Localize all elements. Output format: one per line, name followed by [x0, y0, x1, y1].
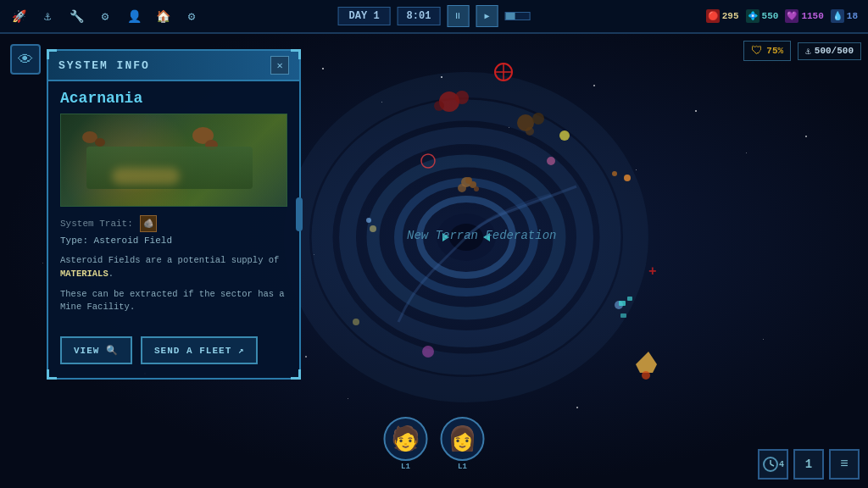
ship-icon: ⚓	[805, 46, 811, 57]
bottom-right-controls: 4 1 ≡	[758, 449, 860, 480]
menu-button[interactable]: ≡	[829, 449, 860, 480]
counter-button[interactable]: 1	[793, 449, 824, 480]
corner-tl	[47, 49, 57, 59]
close-button[interactable]: ✕	[270, 56, 289, 75]
svg-rect-23	[619, 301, 626, 306]
pop-icon: 💧	[831, 9, 844, 23]
svg-point-11	[474, 186, 479, 191]
panel-header: SYSTEM INFO ✕	[48, 51, 299, 81]
resource-bar: 🔴 295 💠 550 💜 1150 💧 18	[706, 9, 868, 23]
play-button[interactable]: ▶	[476, 5, 498, 27]
panel-title: SYSTEM INFO	[58, 59, 150, 72]
svg-point-15	[624, 175, 631, 181]
toolbar-icon-2[interactable]: ⚓	[36, 4, 59, 28]
svg-point-37	[526, 127, 534, 136]
pause-button[interactable]: ⏸	[447, 5, 469, 27]
toolbar-icon-5[interactable]: 👤	[122, 4, 146, 28]
shield-icon: 🛡	[751, 44, 763, 58]
trait-label: System Trait:	[60, 219, 133, 229]
char-1-level: L1	[401, 463, 410, 471]
toolbar-icon-7[interactable]: ⚙	[180, 4, 203, 28]
panel-body: Acarnania System Trait: 🪨 Type: Asteroid…	[48, 81, 299, 330]
resource-pop: 💧 18	[831, 9, 858, 23]
clock-label: 4	[779, 460, 784, 469]
system-image	[60, 114, 287, 207]
top-toolbar: 🚀 ⚓ 🔧 ⚙️ 👤 🏠 ⚙ DAY 1 8:01 ⏸ ▶ 🔴 295 💠 55…	[0, 0, 868, 34]
minerals-icon: 🔴	[706, 9, 720, 23]
toolbar-icon-3[interactable]: 🔧	[64, 4, 88, 28]
svg-point-16	[612, 171, 617, 176]
svg-point-39	[370, 225, 376, 232]
svg-point-26	[642, 371, 650, 380]
clock-button[interactable]: 4	[758, 449, 788, 480]
resource-minerals: 🔴 295	[706, 9, 739, 23]
galaxy-map: +	[263, 51, 670, 424]
svg-point-36	[532, 113, 544, 125]
energy-icon: 💠	[746, 9, 760, 23]
day-label: DAY 1	[338, 7, 391, 25]
eye-button[interactable]: 👁	[10, 44, 41, 75]
svg-point-12	[465, 177, 472, 184]
svg-point-34	[434, 101, 444, 111]
view-button[interactable]: VIEW 🔍	[60, 336, 132, 364]
toolbar-icon-4[interactable]: ⚙️	[93, 4, 117, 28]
panel-buttons: VIEW 🔍 SEND A FLEET ↗	[48, 330, 299, 364]
character-2[interactable]: 👩 L1	[441, 417, 485, 471]
svg-rect-25	[620, 313, 626, 318]
svg-text:+: +	[648, 264, 657, 280]
svg-rect-24	[627, 297, 632, 301]
resource-energy: 💠 550	[746, 9, 779, 23]
svg-point-19	[353, 319, 359, 325]
secondary-resource-bar: 🛡 75% ⚓ 500/500	[743, 41, 861, 61]
day-time-bar: DAY 1 8:01 ⏸ ▶	[338, 5, 531, 27]
svg-point-21	[422, 346, 434, 358]
resource-credits: 💜 1150	[785, 9, 823, 23]
description-2: These can be extracted if the sector has…	[60, 288, 287, 315]
counter-label: 1	[805, 458, 812, 471]
svg-line-42	[771, 464, 774, 466]
character-1[interactable]: 🧑 L1	[384, 417, 428, 471]
toolbar-icon-1[interactable]: 🚀	[7, 4, 31, 28]
svg-point-20	[547, 157, 555, 165]
system-name: Acarnania	[60, 90, 287, 107]
svg-point-38	[559, 130, 570, 141]
type-label: Type: Asteroid Field	[60, 236, 287, 246]
send-fleet-button[interactable]: SEND A FLEET ↗	[141, 336, 258, 364]
system-info-panel: SYSTEM INFO ✕ Acarnania System Trait: 🪨 …	[47, 49, 301, 380]
trait-row: System Trait: 🪨	[60, 215, 287, 232]
shield-bar: 🛡 75%	[743, 41, 791, 61]
corner-br	[291, 369, 301, 380]
shield-percent: 75%	[766, 46, 783, 56]
svg-point-10	[458, 184, 466, 192]
menu-icon: ≡	[840, 457, 849, 472]
char-1-face: 🧑	[391, 424, 420, 453]
character-bar: 🧑 L1 👩 L1	[384, 417, 485, 471]
char-2-face: 👩	[448, 424, 477, 453]
svg-point-33	[455, 91, 469, 104]
char-2-level: L1	[458, 463, 467, 471]
char-2-avatar[interactable]: 👩	[441, 417, 485, 461]
resize-handle[interactable]	[296, 197, 303, 231]
trait-icon: 🪨	[140, 215, 157, 232]
svg-point-17	[366, 218, 371, 223]
corner-tr	[291, 49, 301, 59]
description-1: Asteroid Fields are a potential supply o…	[60, 254, 287, 281]
char-1-avatar[interactable]: 🧑	[384, 417, 428, 461]
credits-icon: 💜	[785, 9, 798, 23]
speed-bar[interactable]	[504, 12, 530, 20]
toolbar-icon-6[interactable]: 🏠	[151, 4, 175, 28]
ship-resource: ⚓ 500/500	[798, 42, 861, 60]
corner-bl	[47, 369, 57, 380]
time-label: 8:01	[398, 7, 441, 25]
